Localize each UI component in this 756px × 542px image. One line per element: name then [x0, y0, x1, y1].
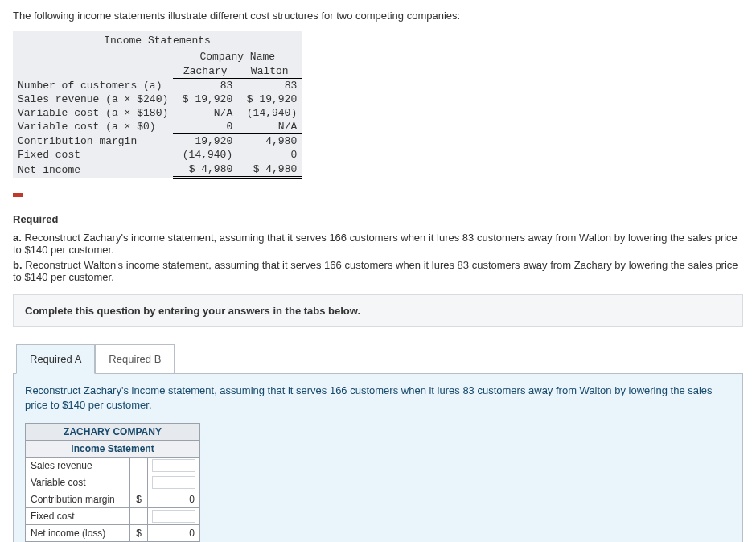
row-label: Fixed cost: [26, 508, 130, 525]
panel-instruction: Reconstruct Zachary's income statement, …: [25, 384, 731, 412]
currency-cell: $: [130, 525, 148, 542]
table-row: Variable cost: [26, 474, 200, 491]
currency-cell: [130, 474, 148, 491]
cell: (14,940): [173, 148, 237, 162]
cell: $ 4,980: [237, 162, 302, 178]
row-label: Contribution margin: [26, 491, 130, 508]
red-marker: [13, 193, 23, 197]
row-label: Variable cost (a × $180): [13, 106, 173, 120]
required-heading: Required: [13, 213, 743, 225]
cell: N/A: [237, 120, 302, 134]
row-label: Net income (loss): [26, 525, 130, 542]
cell: 19,920: [173, 134, 237, 149]
table-row: Sales revenue: [26, 458, 200, 474]
req-a-label: a.: [13, 232, 22, 244]
cell: (14,940): [237, 106, 302, 120]
income-statements-table: Income Statements Company Name Zachary W…: [13, 31, 302, 179]
requirements-list: a. Reconstruct Zachary's income statemen…: [13, 232, 743, 283]
row-label: Sales revenue (a × $240): [13, 92, 173, 106]
table-row: Net income (loss) $ 0: [26, 525, 200, 542]
table-title: Income Statements: [13, 31, 302, 50]
row-label: Variable cost (a × $0): [13, 120, 173, 134]
req-a-text: Reconstruct Zachary's income statement, …: [13, 232, 738, 256]
row-label: Net income: [13, 162, 173, 178]
sales-revenue-input[interactable]: [153, 460, 195, 471]
row-label: Fixed cost: [13, 148, 173, 162]
cell: $ 4,980: [173, 162, 237, 178]
col-zachary: Zachary: [173, 64, 237, 79]
cell: 0: [237, 148, 302, 162]
variable-cost-input[interactable]: [153, 477, 195, 488]
currency-cell: $: [130, 491, 148, 508]
req-b-label: b.: [13, 259, 23, 271]
row-label: Number of customers (a): [13, 79, 173, 93]
cell: N/A: [173, 106, 237, 120]
answer-company-header: ZACHARY COMPANY: [26, 424, 200, 441]
row-label: Variable cost: [26, 474, 130, 491]
cell: 83: [173, 79, 237, 93]
contribution-margin-output: 0: [148, 491, 200, 508]
row-label: Contribution margin: [13, 134, 173, 149]
cell: 83: [237, 79, 302, 93]
intro-text: The following income statements illustra…: [13, 10, 743, 22]
tabs: Required A Required B: [16, 343, 743, 373]
row-label: Sales revenue: [26, 458, 130, 474]
net-income-output: 0: [148, 525, 200, 542]
tab-panel-required-a: Reconstruct Zachary's income statement, …: [13, 373, 743, 542]
answer-table: ZACHARY COMPANY Income Statement Sales r…: [25, 423, 200, 542]
table-row: Fixed cost: [26, 508, 200, 525]
cell: $ 19,920: [237, 92, 302, 106]
req-b-text: Reconstruct Walton's income statement, a…: [13, 259, 738, 283]
table-row: Contribution margin $ 0: [26, 491, 200, 508]
currency-cell: [130, 458, 148, 474]
fixed-cost-input[interactable]: [153, 511, 195, 522]
company-header: Company Name: [173, 50, 302, 64]
currency-cell: [130, 508, 148, 525]
answer-statement-header: Income Statement: [26, 441, 200, 458]
instruction-box: Complete this question by entering your …: [13, 294, 743, 327]
cell: $ 19,920: [173, 92, 237, 106]
tab-required-a[interactable]: Required A: [16, 344, 95, 374]
cell: 0: [173, 120, 237, 134]
tab-required-b[interactable]: Required B: [95, 344, 175, 374]
cell: 4,980: [237, 134, 302, 149]
col-walton: Walton: [237, 64, 302, 79]
